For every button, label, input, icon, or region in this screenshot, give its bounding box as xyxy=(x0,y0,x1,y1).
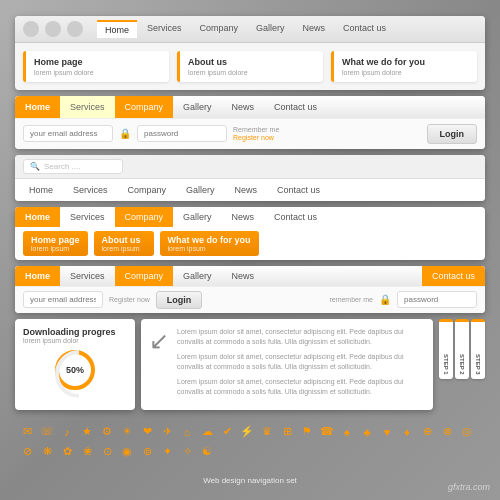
nav2-gallery[interactable]: Gallery xyxy=(173,96,222,118)
nav5-gallery[interactable]: Gallery xyxy=(173,266,222,286)
icon-home[interactable]: ⌂ xyxy=(179,424,195,440)
nav4-contact[interactable]: Contact us xyxy=(264,207,327,227)
progress-card: Downloading progres lorem ipsum dolor 50… xyxy=(15,319,135,410)
search-icon: 🔍 xyxy=(30,162,40,171)
nav1-cards: Home page lorem ipsum dolore About us lo… xyxy=(15,43,485,90)
icon-music[interactable]: ♪ xyxy=(59,424,75,440)
nav3-search-bar: 🔍 Search .... xyxy=(15,155,485,179)
nav4-company[interactable]: Company xyxy=(115,207,174,227)
icon-telephone[interactable]: ☎ xyxy=(319,424,335,440)
nav2-contact[interactable]: Contact us xyxy=(264,96,327,118)
step-1-label: STEP 1 xyxy=(443,354,449,375)
login-button[interactable]: Login xyxy=(427,124,478,144)
icons-section: ✉ ☏ ♪ ★ ⚙ ☀ ❤ ✈ ⌂ ☁ ✔ ⚡ ♛ ⊞ ⚑ ☎ ♠ ♣ ♥ ♦ … xyxy=(15,416,485,468)
nav3-services[interactable]: Services xyxy=(63,179,118,201)
icon-lightning[interactable]: ⚡ xyxy=(239,424,255,440)
icon-no[interactable]: ⊘ xyxy=(19,444,35,460)
icon-check[interactable]: ✔ xyxy=(219,424,235,440)
icon-plane[interactable]: ✈ xyxy=(159,424,175,440)
nav5-services[interactable]: Services xyxy=(60,266,115,286)
nav4-services[interactable]: Services xyxy=(60,207,115,227)
progress-circle: 50% xyxy=(55,350,95,390)
progress-title: Downloading progres xyxy=(23,327,127,337)
remember-options: Remember me Register now xyxy=(233,126,279,141)
icon-circle-dot[interactable]: ⊙ xyxy=(99,444,115,460)
back-icon[interactable] xyxy=(23,21,39,37)
nav4-top: Home Services Company Gallery News Conta… xyxy=(15,207,485,227)
text-para-3: Lorem ipsum dolor sit amet, consectetur … xyxy=(177,377,425,398)
icon-star[interactable]: ★ xyxy=(79,424,95,440)
bottom-row: Downloading progres lorem ipsum dolor 50… xyxy=(15,319,485,410)
icon-ring[interactable]: ⊚ xyxy=(139,444,155,460)
icon-star4[interactable]: ✦ xyxy=(159,444,175,460)
icon-star4-outline[interactable]: ✧ xyxy=(179,444,195,460)
icon-mail[interactable]: ✉ xyxy=(19,424,35,440)
nav5-contact[interactable]: Contact us xyxy=(422,266,485,286)
nav3-contact[interactable]: Contact us xyxy=(267,179,330,201)
footer-text: Web design navigation set xyxy=(15,476,485,485)
nav1-tab-home[interactable]: Home xyxy=(97,20,137,38)
icon-club[interactable]: ♣ xyxy=(359,424,375,440)
search-placeholder: Search .... xyxy=(44,162,80,171)
icon-diamond[interactable]: ♦ xyxy=(399,424,415,440)
search-box[interactable]: 🔍 Search .... xyxy=(23,159,123,174)
nav5-home[interactable]: Home xyxy=(15,266,60,286)
icon-sun[interactable]: ☀ xyxy=(119,424,135,440)
nav5-email-input[interactable] xyxy=(23,291,103,308)
nav1-tab-company[interactable]: Company xyxy=(192,20,247,38)
nav2-home[interactable]: Home xyxy=(15,96,60,118)
nav3-news[interactable]: News xyxy=(225,179,268,201)
progress-desc: lorem ipsum dolor xyxy=(23,337,127,344)
icon-bullseye[interactable]: ◉ xyxy=(119,444,135,460)
nav5-password-input[interactable] xyxy=(397,291,477,308)
step-1[interactable]: STEP 1 xyxy=(439,319,453,379)
icon-spade[interactable]: ♠ xyxy=(339,424,355,440)
nav4-home[interactable]: Home xyxy=(15,207,60,227)
nav2-services[interactable]: Services xyxy=(60,96,115,118)
icon-rose[interactable]: ❀ xyxy=(79,444,95,460)
nav5-news[interactable]: News xyxy=(222,266,265,286)
nav2-news[interactable]: News xyxy=(222,96,265,118)
password-input[interactable] xyxy=(137,125,227,142)
nav4-gallery[interactable]: Gallery xyxy=(173,207,222,227)
icon-flag[interactable]: ⚑ xyxy=(299,424,315,440)
icon-times-circle[interactable]: ⊗ xyxy=(439,424,455,440)
nav1-card-home: Home page lorem ipsum dolore xyxy=(23,51,169,82)
nav1-tab-gallery[interactable]: Gallery xyxy=(248,20,293,38)
nav5-login-button[interactable]: Login xyxy=(156,291,203,309)
icon-snowflake[interactable]: ❋ xyxy=(39,444,55,460)
icon-cloud[interactable]: ☁ xyxy=(199,424,215,440)
icon-target[interactable]: ◎ xyxy=(459,424,475,440)
nav4-news[interactable]: News xyxy=(222,207,265,227)
step-3[interactable]: STEP 3 xyxy=(471,319,485,379)
nav1-tab-news[interactable]: News xyxy=(295,20,334,38)
nav4-cards: Home page lorem ipsum About us lorem ips… xyxy=(15,227,485,260)
nav3-home[interactable]: Home xyxy=(19,179,63,201)
icon-gear[interactable]: ⚙ xyxy=(99,424,115,440)
icon-phone[interactable]: ☏ xyxy=(39,424,55,440)
nav3-company[interactable]: Company xyxy=(118,179,177,201)
text-para-2: Lorem ipsum dolor sit amet, consectetur … xyxy=(177,352,425,373)
icon-yin-yang[interactable]: ☯ xyxy=(199,444,215,460)
nav1-tab-contact[interactable]: Contact us xyxy=(335,20,394,38)
nav1-tab-services[interactable]: Services xyxy=(139,20,190,38)
nav5-register[interactable]: Register now xyxy=(109,296,150,303)
nav5-company[interactable]: Company xyxy=(115,266,174,286)
icon-plus-circle[interactable]: ⊕ xyxy=(419,424,435,440)
icons-grid: ✉ ☏ ♪ ★ ⚙ ☀ ❤ ✈ ⌂ ☁ ✔ ⚡ ♛ ⊞ ⚑ ☎ ♠ ♣ ♥ ♦ … xyxy=(15,420,485,464)
icon-heart2[interactable]: ♥ xyxy=(379,424,395,440)
refresh-icon[interactable] xyxy=(67,21,83,37)
icon-crown[interactable]: ♛ xyxy=(259,424,275,440)
user-icon[interactable] xyxy=(45,21,61,37)
nav3-gallery[interactable]: Gallery xyxy=(176,179,225,201)
icon-heart[interactable]: ❤ xyxy=(139,424,155,440)
nav2-company[interactable]: Company xyxy=(115,96,174,118)
arrow-icon: ↙ xyxy=(149,327,169,402)
nav4-card-what: What we do for you lorem ipsum xyxy=(160,231,259,256)
icon-grid[interactable]: ⊞ xyxy=(279,424,295,440)
navbar-1: Home Services Company Gallery News Conta… xyxy=(15,16,485,90)
nav2-login-bar: 🔒 Remember me Register now Login xyxy=(15,118,485,149)
icon-flower[interactable]: ✿ xyxy=(59,444,75,460)
step-2[interactable]: STEP 2 xyxy=(455,319,469,379)
email-input[interactable] xyxy=(23,125,113,142)
